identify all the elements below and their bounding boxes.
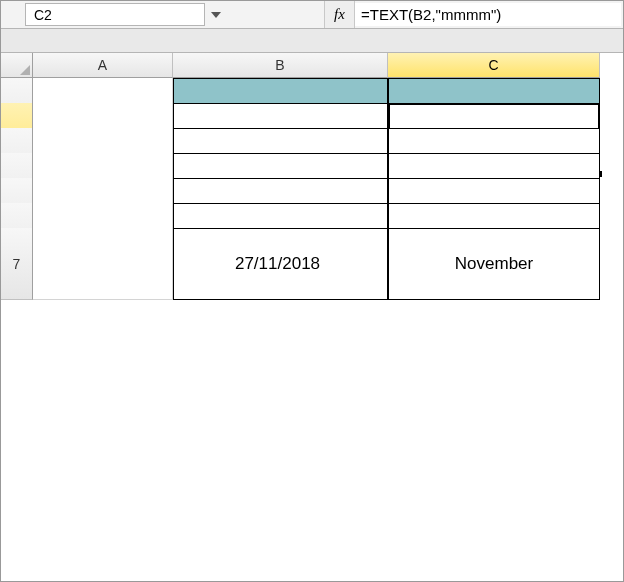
cell-A7[interactable]	[33, 228, 173, 300]
cell-B7[interactable]: 27/11/2018	[173, 228, 388, 300]
spreadsheet-grid: A B C 1 Date Month Name 2 1/20/2018 Janu…	[1, 53, 623, 253]
fx-icon[interactable]: fx	[325, 1, 355, 28]
formula-input[interactable]	[355, 3, 621, 26]
name-box[interactable]	[25, 3, 205, 26]
formula-bar-spacer	[205, 1, 325, 28]
col-header-A[interactable]: A	[33, 53, 173, 78]
cell-C7[interactable]: November	[388, 228, 600, 300]
col-header-B[interactable]: B	[173, 53, 388, 78]
row-header-7[interactable]: 7	[1, 228, 33, 300]
select-all-corner[interactable]	[1, 53, 33, 78]
name-box-input[interactable]	[32, 6, 211, 24]
toolbar-gap	[1, 29, 623, 53]
col-header-C[interactable]: C	[388, 53, 600, 78]
formula-bar: fx	[1, 1, 623, 29]
